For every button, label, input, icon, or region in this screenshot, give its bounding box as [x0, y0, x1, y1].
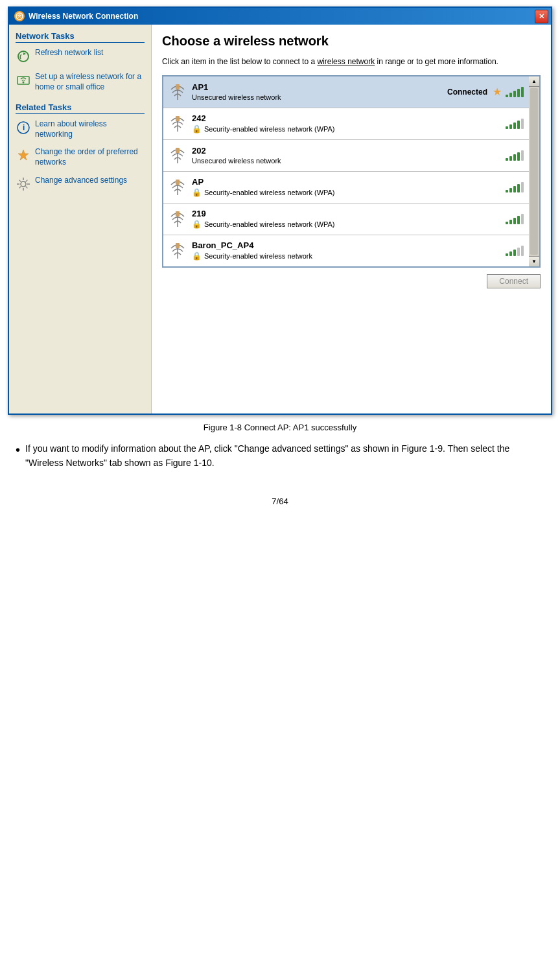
wifi-icon-219 [169, 207, 187, 231]
security-text-202: Unsecured wireless network [192, 157, 281, 165]
network-status-row-202: Unsecured wireless network [192, 157, 281, 165]
network-item-left-219: 219 🔒 Security-enabled wireless network … [169, 207, 335, 231]
network-item-right-ap1: Connected ★ [447, 86, 524, 98]
security-text-baron: Security-enabled wireless network [204, 252, 312, 260]
svg-rect-13 [176, 148, 180, 153]
network-item-baron[interactable]: Baron_PC_AP4 🔒 Security-enabled wireless… [163, 235, 529, 266]
network-status-row-baron: 🔒 Security-enabled wireless network [192, 251, 312, 261]
scrollbar-thumb[interactable] [530, 88, 538, 255]
sidebar-refresh-label: Refresh network list [35, 48, 103, 58]
scrollbar-up[interactable]: ▲ [529, 76, 539, 87]
wireless-network-window: Wireless Network Connection ✕ Network Ta… [8, 6, 552, 415]
network-tasks-section: Network Tasks Refresh network list [16, 31, 145, 92]
setup-icon [16, 73, 31, 88]
scrollbar-down[interactable]: ▼ [529, 256, 539, 266]
network-name-area-ap: AP 🔒 Security-enabled wireless network (… [192, 177, 335, 197]
window-title: Wireless Network Connection [29, 12, 138, 21]
connect-button[interactable]: Connect [487, 274, 541, 288]
network-item-242[interactable]: 242 🔒 Security-enabled wireless network … [163, 108, 529, 140]
bullet-dot: • [16, 441, 20, 471]
close-button[interactable]: ✕ [535, 10, 548, 23]
bar4-empty [517, 248, 520, 256]
bar4 [517, 121, 520, 129]
bar2 [509, 156, 512, 161]
network-status-row-ap: 🔒 Security-enabled wireless network (WPA… [192, 188, 335, 197]
signal-bars-219 [506, 214, 524, 224]
refresh-icon [16, 49, 31, 64]
sidebar-advanced-label: Change advanced settings [35, 176, 127, 186]
wifi-icon-ap1 [169, 80, 187, 104]
ssid-baron: Baron_PC_AP4 [192, 240, 312, 250]
button-row: Connect [162, 272, 541, 291]
bar4 [517, 216, 520, 224]
network-item-ap1[interactable]: AP1 Unsecured wireless network Connected… [163, 76, 529, 108]
svg-rect-19 [176, 243, 180, 248]
bar4 [517, 152, 520, 161]
page-number: 7/64 [272, 496, 288, 506]
main-title: Choose a wireless network [162, 34, 541, 49]
bar3 [513, 91, 516, 97]
network-list-wrapper: AP1 Unsecured wireless network Connected… [162, 75, 541, 268]
svg-rect-11 [176, 116, 180, 121]
sidebar-item-advanced[interactable]: Change advanced settings [16, 176, 145, 192]
ssid-ap1: AP1 [192, 82, 281, 92]
security-text-ap: Security-enabled wireless network (WPA) [204, 189, 335, 196]
network-item-right-219 [506, 214, 524, 224]
network-name-area-219: 219 🔒 Security-enabled wireless network … [192, 209, 335, 229]
info-icon: i [16, 120, 31, 135]
svg-point-7 [21, 181, 26, 187]
wifi-icon-baron [169, 239, 187, 262]
scrollbar[interactable]: ▲ ▼ [529, 76, 539, 266]
network-list[interactable]: AP1 Unsecured wireless network Connected… [163, 76, 529, 266]
bar2 [509, 188, 512, 192]
network-tasks-title: Network Tasks [16, 31, 145, 43]
bar2 [509, 124, 512, 129]
bar3 [513, 250, 516, 256]
page-wrapper: Wireless Network Connection ✕ Network Ta… [0, 0, 560, 526]
security-text-ap1: Unsecured wireless network [192, 93, 281, 101]
bar5-empty [521, 214, 524, 224]
ssid-202: 202 [192, 146, 281, 156]
bar2 [509, 251, 512, 256]
network-item-left-242: 242 🔒 Security-enabled wireless network … [169, 112, 335, 135]
network-status-row-242: 🔒 Security-enabled wireless network (WPA… [192, 124, 335, 134]
signal-bars-baron [506, 246, 524, 256]
lock-icon-baron: 🔒 [192, 251, 202, 261]
connected-badge: Connected [447, 87, 487, 97]
sidebar-learn-label: Learn about wireless networking [35, 119, 145, 139]
network-item-202[interactable]: 202 Unsecured wireless network [163, 140, 529, 172]
bullet-item: • If you want to modify information abou… [16, 441, 544, 471]
svg-point-3 [23, 82, 25, 84]
sidebar-item-refresh[interactable]: Refresh network list [16, 48, 145, 64]
bar5-empty [521, 246, 524, 256]
network-item-ap[interactable]: AP 🔒 Security-enabled wireless network (… [163, 172, 529, 204]
network-item-left-ap1: AP1 Unsecured wireless network [169, 80, 281, 104]
wifi-icon-ap [169, 176, 187, 199]
lock-icon-242: 🔒 [192, 124, 202, 134]
window-body: Network Tasks Refresh network list [9, 25, 551, 414]
network-status-row-219: 🔒 Security-enabled wireless network (WPA… [192, 220, 335, 229]
sidebar: Network Tasks Refresh network list [9, 25, 152, 414]
network-name-area-202: 202 Unsecured wireless network [192, 146, 281, 165]
advanced-settings-icon [16, 176, 31, 192]
bar3 [513, 218, 516, 224]
lock-icon-ap: 🔒 [192, 188, 202, 197]
sidebar-item-setup[interactable]: Set up a wireless network for a home or … [16, 72, 145, 92]
ssid-242: 242 [192, 113, 335, 123]
wifi-icon-242 [169, 112, 187, 135]
bar5-empty [521, 182, 524, 192]
sidebar-setup-label: Set up a wireless network for a home or … [35, 72, 145, 92]
related-tasks-section: Related Tasks i Learn about wireless net… [16, 102, 145, 191]
sidebar-item-learn[interactable]: i Learn about wireless networking [16, 119, 145, 139]
signal-bars-ap [506, 182, 524, 192]
security-text-242: Security-enabled wireless network (WPA) [204, 125, 335, 133]
signal-bars-202 [506, 150, 524, 161]
bar5 [521, 87, 524, 97]
svg-rect-17 [176, 211, 180, 216]
network-item-219[interactable]: 219 🔒 Security-enabled wireless network … [163, 204, 529, 235]
bar1 [506, 190, 508, 192]
sidebar-item-order[interactable]: Change the order of preferred networks [16, 147, 145, 167]
ssid-ap: AP [192, 177, 335, 187]
related-tasks-title: Related Tasks [16, 102, 145, 114]
lock-icon-219: 🔒 [192, 220, 202, 229]
